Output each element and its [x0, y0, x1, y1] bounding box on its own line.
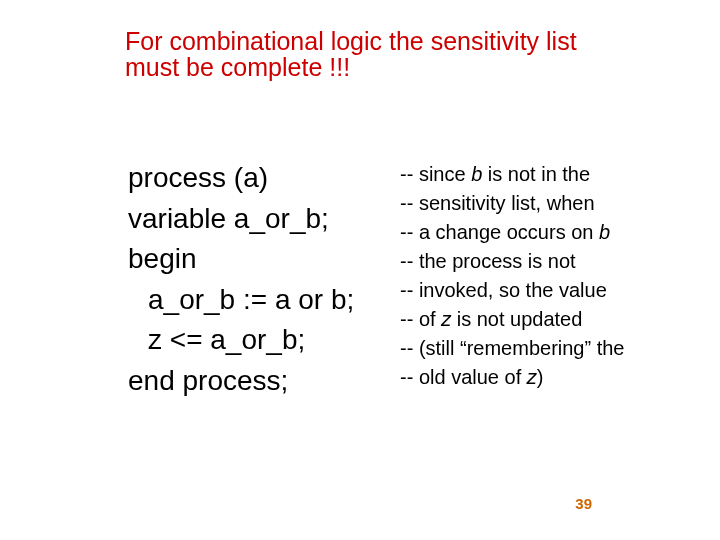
comment-line-8: -- old value of z) [400, 363, 700, 392]
page-number: 39 [575, 495, 592, 512]
comment-line-3: -- a change occurs on b [400, 218, 700, 247]
comment-line-6: -- of z is not updated [400, 305, 700, 334]
comment-block: -- since b is not in the -- sensitivity … [400, 160, 700, 392]
slide-title: For combinational logic the sensitivity … [125, 28, 625, 81]
code-block: process (a) variable a_or_b; begin a_or_… [128, 158, 388, 402]
code-line-4: a_or_b := a or b; [128, 280, 388, 321]
code-line-3: begin [128, 243, 197, 274]
comment-line-1: -- since b is not in the [400, 160, 700, 189]
comment-line-2: -- sensitivity list, when [400, 189, 700, 218]
code-line-1: process (a) [128, 162, 268, 193]
comment-line-7: -- (still “remembering” the [400, 334, 700, 363]
comment-line-4: -- the process is not [400, 247, 700, 276]
code-line-6: end process; [128, 365, 288, 396]
slide: For combinational logic the sensitivity … [0, 0, 720, 540]
code-line-2: variable a_or_b; [128, 203, 329, 234]
comment-line-5: -- invoked, so the value [400, 276, 700, 305]
code-line-5: z <= a_or_b; [128, 320, 388, 361]
